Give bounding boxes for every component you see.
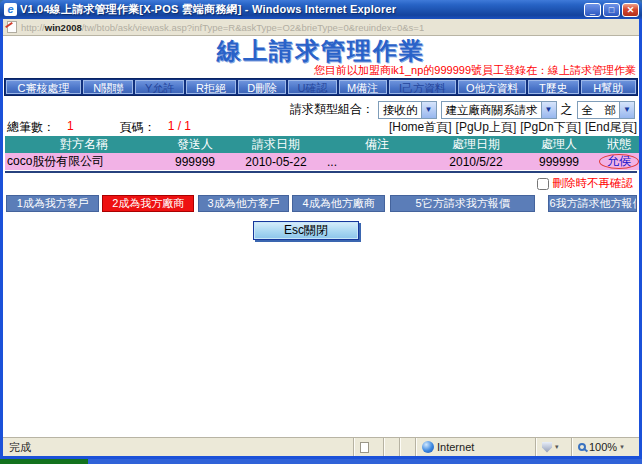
filter-row: 請求類型組合： 接收的▼ 建立廠商關系請求▼ 之 全 部▼: [3, 100, 635, 119]
maximize-button[interactable]: □: [603, 3, 620, 17]
filter-label: 請求類型組合：: [290, 101, 374, 118]
url-path: /tw/btob/ask/viewask.asp?infType=R&askTy…: [82, 22, 424, 33]
zone-label: Internet: [437, 441, 474, 453]
title-bar: e V1.04線上請求管理作業[X-POS 雲端商務網] - Windows I…: [0, 0, 642, 19]
col-header-memo: 備注: [325, 136, 429, 153]
zoom-control-panel[interactable]: 100% ▾: [571, 438, 639, 456]
table-row[interactable]: coco股份有限公司 999999 2010-05-22 ... 2010/5/…: [5, 153, 639, 170]
direction-select-value: 接收的: [383, 104, 418, 116]
toolbar-button-confirm: U確認: [288, 80, 336, 94]
toolbar-button-audit[interactable]: C審核處理: [6, 80, 81, 94]
meta-row: 總筆數：1 頁碼：1 / 1 [Home首頁] [PgUp上頁] [PgDn下頁…: [5, 120, 637, 135]
record-counts: 總筆數：1 頁碼：1 / 1: [5, 119, 197, 136]
toolbar-button-help[interactable]: H幫助: [581, 80, 636, 94]
they-request-our-quote-button[interactable]: 5它方請求我方報價: [390, 195, 536, 212]
url-host: win2008: [45, 22, 82, 33]
cell-status: 允侯: [595, 153, 639, 170]
page-content: 線上請求管理作業 您目前以加盟商ik1_np的999999號員工登錄在：線上請求…: [3, 36, 639, 437]
table-header-row: 對方名稱 發送人 請求日期 備注 處理日期 處理人 狀態: [5, 136, 639, 153]
zoom-level-value: 100%: [589, 441, 617, 453]
status-empty-panel-1: [383, 438, 399, 456]
become-their-vendor-button[interactable]: 4成為他方廠商: [292, 195, 384, 212]
cell-process-date: 2010/5/22: [429, 153, 523, 170]
toolbar-button-reject[interactable]: R拒絕: [186, 80, 237, 94]
chevron-down-icon[interactable]: ▼: [421, 102, 436, 118]
status-doc-panel: [353, 438, 383, 456]
scope-select[interactable]: 全 部▼: [577, 101, 636, 119]
toolbar-button-other-info[interactable]: O他方資料: [458, 80, 526, 94]
shield-icon: [542, 442, 552, 453]
action-buttons-row: 1成為我方客戶 2成為我方廠商 3成為他方客戶 4成為他方廠商 5它方請求我方報…: [6, 194, 637, 212]
status-bar: 完成 Internet ▾ 100% ▾: [3, 437, 639, 456]
scope-select-value: 全 部: [582, 104, 617, 116]
col-header-counterparty: 對方名稱: [5, 136, 163, 153]
end-last-page-link[interactable]: [End尾頁]: [585, 119, 637, 136]
esc-close-button[interactable]: Esc關閉: [253, 221, 359, 240]
cell-request-date: 2010-05-22: [227, 153, 325, 170]
pgup-prev-page-link[interactable]: [PgUp上頁]: [456, 119, 517, 136]
address-url[interactable]: http://win2008/tw/btob/ask/viewask.asp?i…: [21, 22, 424, 33]
we-request-their-quote-button[interactable]: 6我方請求他方報價: [548, 195, 637, 212]
col-header-status: 狀態: [595, 136, 639, 153]
cell-processor: 999999: [523, 153, 595, 170]
total-count-label: 總筆數：: [7, 119, 55, 136]
page-number-value: 1 / 1: [162, 119, 197, 136]
pgdn-next-page-link[interactable]: [PgDn下頁]: [520, 119, 581, 136]
status-empty-panel-2: [399, 438, 415, 456]
taskbar-fragment: [0, 459, 88, 464]
toolbar-button-memo[interactable]: M備注: [339, 80, 387, 94]
page-title: 線上請求管理作業: [3, 38, 639, 64]
window-title: V1.04線上請求管理作業[X-POS 雲端商務網] - Windows Int…: [20, 2, 584, 17]
chevron-down-icon[interactable]: ▾: [620, 443, 624, 451]
become-their-customer-button[interactable]: 3成為他方客戶: [198, 195, 289, 212]
become-our-customer-button[interactable]: 1成為我方客戶: [6, 195, 99, 212]
page-number-label: 頁碼：: [120, 119, 156, 136]
ie-logo-icon: e: [4, 3, 17, 16]
chevron-down-icon[interactable]: ▼: [541, 102, 556, 118]
toolbar-button-link[interactable]: N關聯: [83, 80, 134, 94]
col-header-processor: 處理人: [523, 136, 595, 153]
cell-counterparty: coco股份有限公司: [5, 153, 163, 170]
browser-window: e V1.04線上請求管理作業[X-POS 雲端商務網] - Windows I…: [0, 0, 642, 459]
magnifier-icon: [578, 443, 586, 451]
toolbar-button-history[interactable]: T歷史: [528, 80, 579, 94]
col-header-sender: 發送人: [163, 136, 227, 153]
url-protocol: http://: [21, 22, 45, 33]
minimize-button[interactable]: _: [584, 3, 601, 17]
cell-memo: ...: [325, 153, 429, 170]
direction-select[interactable]: 接收的▼: [378, 101, 437, 119]
internet-zone-panel: Internet: [415, 438, 535, 456]
chevron-down-icon[interactable]: ▾: [555, 443, 559, 451]
col-header-request-date: 請求日期: [227, 136, 325, 153]
delete-no-confirm-label[interactable]: 刪除時不再確認: [553, 176, 634, 191]
chevron-down-icon[interactable]: ▼: [619, 102, 634, 118]
address-bar: http://win2008/tw/btob/ask/viewask.asp?i…: [3, 19, 639, 36]
toolbar-button-allow: Y允許: [135, 80, 183, 94]
total-count-value: 1: [61, 119, 80, 136]
protected-mode-panel[interactable]: ▾: [535, 438, 571, 456]
become-our-vendor-button[interactable]: 2成為我方廠商: [102, 195, 193, 212]
toolbar-button-own-info: I己方資料: [389, 80, 457, 94]
table-divider: [5, 171, 637, 173]
request-type-select-value: 建立廠商關系請求: [446, 104, 538, 116]
toolbar: C審核處理 N關聯 Y允許 R拒絕 D刪除 U確認 M備注 I己方資料 O他方資…: [4, 78, 638, 96]
request-table: 對方名稱 發送人 請求日期 備注 處理日期 處理人 狀態 coco股份有限公司 …: [5, 136, 639, 170]
window-controls: _ □ ✕: [584, 3, 639, 17]
toolbar-button-delete[interactable]: D刪除: [238, 80, 286, 94]
cell-sender: 999999: [163, 153, 227, 170]
home-first-page-link[interactable]: [Home首頁]: [389, 119, 452, 136]
delete-confirm-row: 刪除時不再確認: [3, 176, 633, 191]
taskbar-background: [88, 459, 642, 464]
globe-icon: [422, 441, 434, 453]
desktop-strip: [0, 459, 642, 464]
status-text: 完成: [3, 440, 353, 455]
conjunction-label: 之: [561, 101, 573, 118]
col-header-process-date: 處理日期: [429, 136, 523, 153]
delete-no-confirm-checkbox[interactable]: [537, 178, 549, 190]
request-type-select[interactable]: 建立廠商關系請求▼: [441, 101, 557, 119]
pager-links: [Home首頁] [PgUp上頁] [PgDn下頁] [End尾頁]: [389, 119, 637, 136]
broken-page-icon: [7, 21, 17, 33]
document-icon: [360, 442, 369, 453]
close-button[interactable]: ✕: [622, 3, 639, 17]
login-notice: 您目前以加盟商ik1_np的999999號員工登錄在：線上請求管理作業: [3, 64, 639, 76]
